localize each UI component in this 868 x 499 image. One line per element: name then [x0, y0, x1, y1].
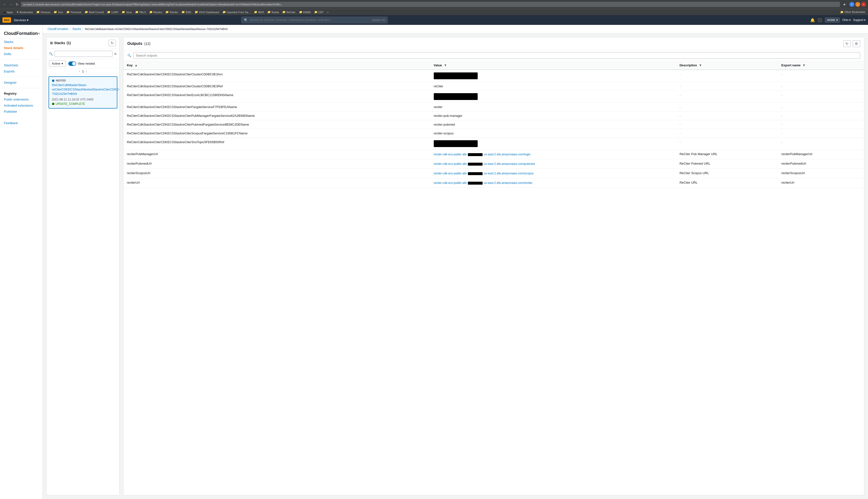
- sidebar-section-registry[interactable]: Registry: [0, 91, 43, 96]
- region-selector[interactable]: Ohio ▾: [842, 18, 851, 22]
- bookmark-reciter2[interactable]: 📁 ReCiter: [281, 10, 297, 14]
- bookmark-more[interactable]: »: [326, 10, 330, 14]
- stacks-panel-title: ▤ Stacks (1): [50, 41, 71, 45]
- active-filter-button[interactable]: Active ▾: [49, 60, 66, 66]
- sidebar-group-registry: Registry Public extensions Activated ext…: [0, 91, 43, 114]
- output-description-cell: -: [676, 129, 778, 138]
- stacks-panel: ▤ Stacks (1) ↻ 🔍 ecs ✕ Active ▾: [46, 37, 120, 495]
- outputs-search-bar: 🔍: [123, 50, 864, 61]
- services-menu-button[interactable]: Services ▾: [14, 18, 28, 22]
- url-bar[interactable]: us-east-2.console.aws.amazon.com/cloudfo…: [21, 2, 840, 7]
- pagination-prev-button[interactable]: ‹: [79, 69, 80, 73]
- key-sort-icon: ▲: [134, 63, 137, 67]
- sidebar-item-stacks[interactable]: Stacks: [0, 39, 43, 45]
- shell-icon[interactable]: ⬛: [818, 18, 822, 22]
- col-value-header[interactable]: Value ▼: [430, 61, 676, 70]
- url-text: us-east-2.console.aws.amazon.com/cloudfo…: [23, 3, 283, 6]
- redacted-url-part: [468, 163, 483, 166]
- ext-icon-2[interactable]: U: [855, 2, 860, 7]
- output-value-cell[interactable]: reciter-cdk-ecs-public-alb-.us-east-2.el…: [430, 150, 676, 159]
- stacks-filter-bar: Active ▾ View nested: [47, 59, 119, 68]
- sidebar-item-public-extensions[interactable]: Public extensions: [0, 96, 43, 102]
- sidebar-close-button[interactable]: ×: [38, 32, 40, 36]
- bookmark-virtuoso[interactable]: 📁 Virtuoso: [35, 10, 51, 14]
- account-menu-button[interactable]: reciter ▾: [825, 17, 840, 23]
- notification-icon[interactable]: 🔔: [810, 18, 815, 22]
- bookmark-pals[interactable]: 📁 PALS: [134, 10, 147, 14]
- outputs-refresh-button[interactable]: ↻: [843, 40, 851, 47]
- breadcrumb-cloudformation[interactable]: CloudFormation: [48, 27, 68, 31]
- bookmark-aws[interactable]: 📁 AWS: [253, 10, 265, 14]
- bookmark-star[interactable]: ★: [843, 2, 846, 7]
- output-value-link[interactable]: reciter-cdk-ecs-public-alb-.us-east-2.el…: [434, 153, 531, 156]
- bookmark-bookmarks[interactable]: ★ Bookmarks: [15, 10, 34, 14]
- breadcrumb-stacks[interactable]: Stacks: [72, 27, 81, 31]
- sidebar-item-exports[interactable]: Exports: [0, 68, 43, 74]
- output-value-link[interactable]: reciter-cdk-ecs-public-alb-.us-east-2.el…: [434, 162, 535, 166]
- bookmark-vivo-dashboard[interactable]: 📁 VIVO Dashboard: [193, 10, 220, 14]
- output-value-link[interactable]: reciter-cdk-ecs-public-alb-.us-east-2.el…: [434, 181, 533, 185]
- output-value-cell[interactable]: reciter-cdk-ecs-public-alb-.us-east-2.el…: [430, 178, 676, 188]
- sidebar-item-designer[interactable]: Designer: [0, 80, 43, 86]
- output-value-cell[interactable]: reciter-cdk-ecs-public-alb-.us-east-2.el…: [430, 169, 676, 178]
- bookmark-jena[interactable]: 📁 Jena: [121, 10, 133, 14]
- bookmark-reciter[interactable]: 📁 Reciter: [164, 10, 179, 14]
- aws-logo[interactable]: aws: [2, 17, 11, 23]
- outputs-settings-button[interactable]: ⚙: [853, 40, 860, 47]
- view-nested-switch[interactable]: [68, 61, 76, 66]
- back-button[interactable]: ←: [2, 2, 7, 7]
- sidebar-group-designer: Designer: [0, 80, 43, 86]
- search-input[interactable]: [250, 18, 370, 22]
- ext-icon-1[interactable]: F: [849, 2, 854, 7]
- outputs-panel: Outputs (12) ↻ ⚙ 🔍: [123, 37, 864, 495]
- sidebar-item-activated-extensions[interactable]: Activated extensions: [0, 102, 43, 109]
- output-export-name-cell: -: [778, 91, 864, 103]
- stacks-refresh-button[interactable]: ↻: [109, 40, 116, 46]
- bookmark-movies[interactable]: 📁 Movies: [148, 10, 163, 14]
- collapse-icon[interactable]: ▤: [50, 41, 53, 45]
- aws-search-bar[interactable]: 🔍 [Option+S]: [241, 16, 388, 23]
- bookmark-other[interactable]: 📁 Other Bookmarks: [839, 10, 867, 14]
- bookmark-florida[interactable]: 📁 florida: [266, 10, 280, 14]
- profile-avatar[interactable]: A: [861, 2, 866, 7]
- output-description-cell: -: [676, 120, 778, 129]
- bookmark-bsd[interactable]: 📁 BSD: [180, 10, 192, 14]
- output-export-name-cell: -: [778, 129, 864, 138]
- outputs-search-input[interactable]: [133, 52, 860, 59]
- output-key-cell: ReCiterCdkStackreCiterCDKECSStackreCiter…: [123, 91, 430, 103]
- bookmark-cbt[interactable]: 📁 CBT: [313, 10, 325, 14]
- support-menu-button[interactable]: Support ▾: [853, 18, 866, 22]
- sidebar-item-feedback[interactable]: Feedback: [0, 120, 43, 126]
- output-value-cell: reciter-pubmed: [430, 120, 676, 129]
- bookmark-ldap[interactable]: 📁 LDAP: [106, 10, 120, 14]
- refresh-button[interactable]: ↻: [15, 2, 20, 7]
- bookmark-weill[interactable]: 📁 Weill Cornell: [83, 10, 105, 14]
- bookmark-asms[interactable]: 📁 ASMS: [298, 10, 312, 14]
- sidebar-item-stacksets[interactable]: StackSets: [0, 62, 43, 68]
- bookmark-imported[interactable]: 📁 Imported From Sa...: [221, 10, 252, 14]
- col-key-header[interactable]: Key ▲: [123, 61, 430, 70]
- bookmark-apps[interactable]: 📱 Apps: [1, 10, 14, 14]
- sidebar-item-stack-details[interactable]: Stack details: [0, 45, 43, 51]
- output-key-cell: ReCiterCdkStackreCiterCDKECSStackreCiter…: [123, 70, 430, 82]
- sidebar-item-publisher[interactable]: Publisher: [0, 109, 43, 114]
- sidebar-item-drifts[interactable]: Drifts: [0, 51, 43, 57]
- bookmark-personal[interactable]: 📁 Personal: [65, 10, 82, 14]
- output-value-link[interactable]: reciter-cdk-ecs-public-alb-.us-east-2.el…: [434, 172, 533, 175]
- stack-item-name: ReCiterCdkMasterStack-reCiterCDKECSStack…: [52, 83, 114, 96]
- inner-content: ▤ Stacks (1) ↻ 🔍 ecs ✕ Active ▾: [43, 33, 868, 499]
- pagination-next-button[interactable]: ›: [86, 69, 87, 73]
- stack-item[interactable]: NESTED ReCiterCdkMasterStack-reCiterCDKE…: [49, 76, 117, 109]
- output-export-name-cell: -: [778, 70, 864, 82]
- output-description-cell: -: [676, 91, 778, 103]
- output-export-name-cell: -: [778, 138, 864, 150]
- output-description-cell: -: [676, 138, 778, 150]
- stacks-search-input[interactable]: ecs: [55, 51, 112, 57]
- stacks-search-clear-button[interactable]: ✕: [114, 52, 117, 56]
- status-dot-icon: [52, 103, 55, 105]
- output-value-cell[interactable]: reciter-cdk-ecs-public-alb-.us-east-2.el…: [430, 159, 676, 169]
- cloudformation-title: CloudFormation: [4, 31, 38, 36]
- bookmark-vivo[interactable]: 📁 Vivo: [52, 10, 64, 14]
- output-value-cell: reCiter: [430, 82, 676, 91]
- forward-button[interactable]: →: [8, 2, 14, 7]
